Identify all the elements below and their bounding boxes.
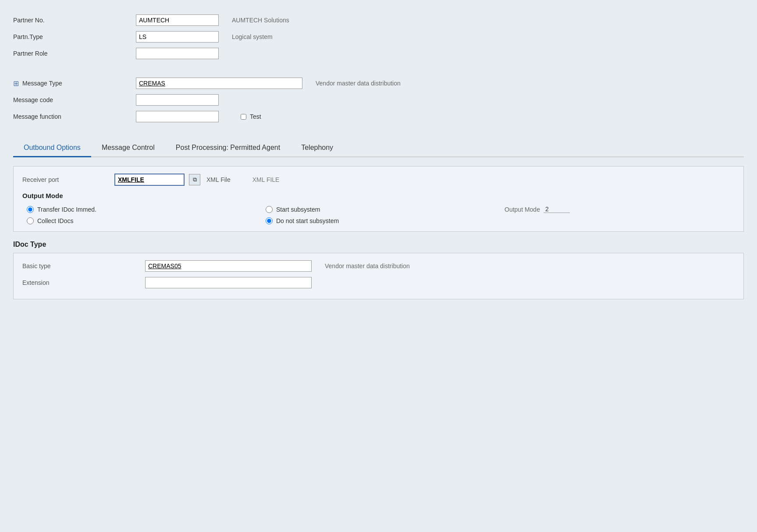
radio-transfer-idoc-input[interactable] xyxy=(27,206,34,213)
idoc-type-title: IDoc Type xyxy=(13,241,744,248)
tab-post-processing[interactable]: Post Processing: Permitted Agent xyxy=(165,139,291,157)
output-mode-options: Transfer IDoc Immed. Start subsystem Out… xyxy=(27,206,735,224)
radio-start-subsystem-label: Start subsystem xyxy=(276,206,320,213)
message-type-desc: Vendor master data distribution xyxy=(316,80,401,87)
message-type-label-row: ⊞ Message Type xyxy=(13,79,136,88)
message-type-label: Message Type xyxy=(22,80,62,87)
partn-type-label: Partn.Type xyxy=(13,33,136,40)
radio-start-subsystem-input[interactable] xyxy=(266,206,273,213)
tab-message-control[interactable]: Message Control xyxy=(91,139,165,157)
message-code-label: Message code xyxy=(13,96,136,103)
message-code-input[interactable] xyxy=(136,94,219,106)
receiver-port-desc1: XML File xyxy=(206,176,231,183)
copy-icon: ⧉ xyxy=(193,176,197,183)
basic-type-desc: Vendor master data distribution xyxy=(325,262,410,270)
radio-collect-idocs-input[interactable] xyxy=(27,217,34,224)
message-type-icon: ⊞ xyxy=(13,79,19,88)
partner-no-desc: AUMTECH Solutions xyxy=(232,17,289,24)
radio-transfer-idoc-label: Transfer IDoc Immed. xyxy=(37,206,96,213)
tab-outbound-options[interactable]: Outbound Options xyxy=(13,139,91,157)
radio-transfer-idoc[interactable]: Transfer IDoc Immed. xyxy=(27,206,257,213)
idoc-type-section: IDoc Type Basic type Vendor master data … xyxy=(13,241,744,299)
partner-role-label: Partner Role xyxy=(13,50,136,57)
basic-type-row: Basic type Vendor master data distributi… xyxy=(22,259,735,273)
tab-telephony[interactable]: Telephony xyxy=(291,139,344,157)
partner-role-input[interactable] xyxy=(136,48,219,59)
test-checkbox-row: Test xyxy=(241,113,261,120)
partn-type-desc: Logical system xyxy=(232,33,273,40)
basic-type-label: Basic type xyxy=(22,262,145,270)
test-checkbox[interactable] xyxy=(241,114,246,120)
output-mode-title: Output Mode xyxy=(22,192,735,199)
radio-collect-idocs-label: Collect IDocs xyxy=(37,217,73,224)
outbound-options-box: Receiver port ⧉ XML File XML FILE Output… xyxy=(13,166,744,232)
extension-row: Extension xyxy=(22,276,735,289)
receiver-port-desc2: XML FILE xyxy=(252,176,280,183)
partn-type-input[interactable] xyxy=(136,31,219,43)
extension-input[interactable] xyxy=(145,277,312,288)
output-mode-value-row: Output Mode 2 xyxy=(505,206,735,213)
partner-no-input[interactable] xyxy=(136,14,219,26)
radio-start-subsystem[interactable]: Start subsystem xyxy=(266,206,496,213)
extension-label: Extension xyxy=(22,279,145,286)
tab-content-outbound: Receiver port ⧉ XML File XML FILE Output… xyxy=(13,157,744,299)
partner-no-label: Partner No. xyxy=(13,17,136,24)
tabs-bar: Outbound Options Message Control Post Pr… xyxy=(13,139,744,157)
output-mode-label: Output Mode xyxy=(505,206,540,213)
radio-do-not-start[interactable]: Do not start subsystem xyxy=(266,217,496,224)
radio-collect-idocs[interactable]: Collect IDocs xyxy=(27,217,257,224)
basic-type-input[interactable] xyxy=(145,260,312,272)
message-type-input[interactable] xyxy=(136,78,302,89)
radio-do-not-start-input[interactable] xyxy=(266,217,273,224)
output-mode-value: 2 xyxy=(544,206,570,213)
message-function-label: Message function xyxy=(13,113,136,120)
test-label: Test xyxy=(250,113,261,120)
message-function-input[interactable] xyxy=(136,111,219,122)
receiver-port-label: Receiver port xyxy=(22,176,110,183)
radio-do-not-start-label: Do not start subsystem xyxy=(276,217,339,224)
receiver-port-row: Receiver port ⧉ XML File XML FILE xyxy=(22,174,735,186)
receiver-port-input[interactable] xyxy=(114,174,185,186)
copy-icon-button[interactable]: ⧉ xyxy=(189,174,200,185)
idoc-type-box: Basic type Vendor master data distributi… xyxy=(13,253,744,299)
